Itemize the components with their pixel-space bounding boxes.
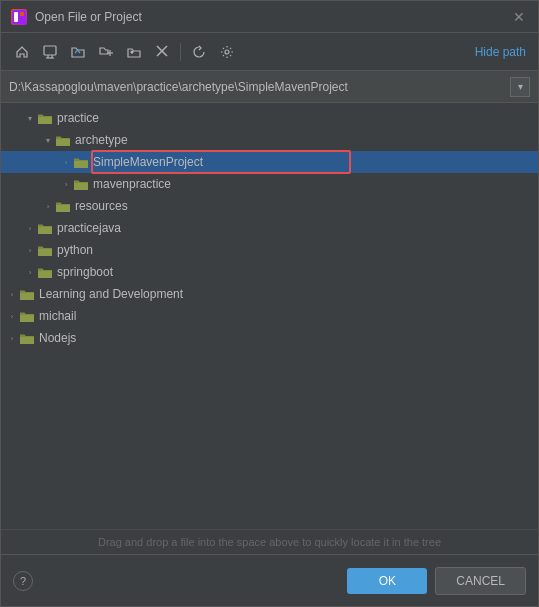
tree-item-practice[interactable]: practice [1,107,538,129]
tree-toggle-michail[interactable] [5,309,19,323]
folder-icon [19,308,35,324]
tree-toggle-SimpleMavenProject[interactable] [59,155,73,169]
svg-point-11 [225,50,229,54]
tree-item-label: resources [75,199,128,213]
path-dropdown-button[interactable]: ▾ [510,77,530,97]
close-button[interactable]: ✕ [510,8,528,26]
cancel-button[interactable]: CANCEL [435,567,526,595]
refresh-button[interactable] [186,39,212,65]
folder-icon [73,154,89,170]
tree-item-label: Learning and Development [39,287,183,301]
tree-toggle-archetype[interactable] [41,133,55,147]
separator [180,43,181,61]
tree-toggle-practicejava[interactable] [23,221,37,235]
drag-drop-hint: Drag and drop a file into the space abov… [1,529,538,554]
ok-button[interactable]: OK [347,568,427,594]
folder-up-button[interactable] [121,39,147,65]
svg-rect-2 [20,12,24,16]
tree-item-label: python [57,243,93,257]
folder-icon [55,132,71,148]
settings-button[interactable] [214,39,240,65]
tree-toggle-LearningAndDevelopment[interactable] [5,287,19,301]
file-tree: practice archetype SimpleMavenProject ma… [1,103,538,529]
folder-icon [19,330,35,346]
folder-icon [37,242,53,258]
folder-icon [55,198,71,214]
desktop-button[interactable] [37,39,63,65]
path-bar: ▾ [1,71,538,103]
folder-icon [37,264,53,280]
tree-item-LearningAndDevelopment[interactable]: Learning and Development [1,283,538,305]
svg-rect-1 [14,12,18,22]
tree-toggle-python[interactable] [23,243,37,257]
folder-icon [37,220,53,236]
tree-item-label: mavenpractice [93,177,171,191]
hide-path-button[interactable]: Hide path [471,43,530,61]
tree-toggle-mavenpractice[interactable] [59,177,73,191]
dialog: Open File or Project ✕ [0,0,539,607]
tree-item-label: archetype [75,133,128,147]
tree-item-resources[interactable]: resources [1,195,538,217]
tree-item-label: springboot [57,265,113,279]
tree-item-python[interactable]: python [1,239,538,261]
tree-item-label: michail [39,309,76,323]
tree-item-springboot[interactable]: springboot [1,261,538,283]
path-input[interactable] [9,80,510,94]
help-button[interactable]: ? [13,571,33,591]
tree-item-SimpleMavenProject[interactable]: SimpleMavenProject [1,151,538,173]
open-folder-button[interactable] [65,39,91,65]
svg-rect-3 [44,46,56,55]
toolbar: Hide path [1,33,538,71]
tree-toggle-practice[interactable] [23,111,37,125]
tree-item-Nodejs[interactable]: Nodejs [1,327,538,349]
delete-button[interactable] [149,39,175,65]
tree-item-mavenpractice[interactable]: mavenpractice [1,173,538,195]
dialog-title: Open File or Project [35,10,510,24]
tree-item-label: Nodejs [39,331,76,345]
tree-item-archetype[interactable]: archetype [1,129,538,151]
tree-item-label: practice [57,111,99,125]
tree-item-practicejava[interactable]: practicejava [1,217,538,239]
home-button[interactable] [9,39,35,65]
app-icon [11,9,27,25]
new-folder-button[interactable] [93,39,119,65]
tree-item-label: SimpleMavenProject [93,155,203,169]
tree-item-michail[interactable]: michail [1,305,538,327]
folder-icon [19,286,35,302]
tree-toggle-Nodejs[interactable] [5,331,19,345]
button-bar: ? OK CANCEL [1,554,538,606]
title-bar: Open File or Project ✕ [1,1,538,33]
tree-item-label: practicejava [57,221,121,235]
tree-toggle-springboot[interactable] [23,265,37,279]
folder-icon [73,176,89,192]
folder-icon [37,110,53,126]
tree-toggle-resources[interactable] [41,199,55,213]
